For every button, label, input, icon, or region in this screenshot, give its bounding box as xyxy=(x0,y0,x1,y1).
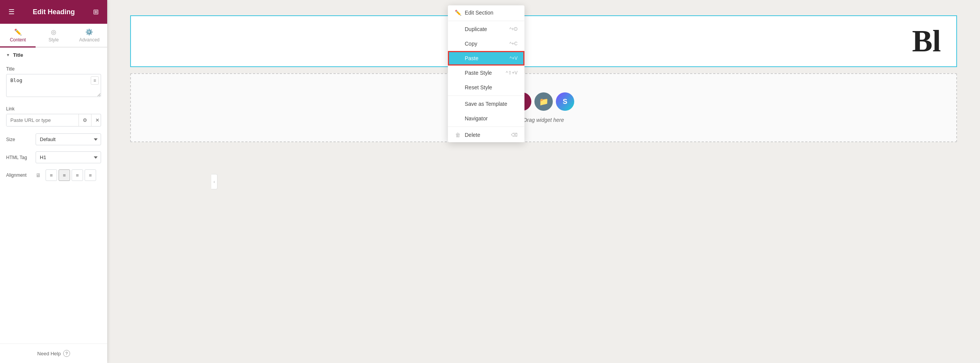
link-field-group: Link ⚙ ✕ xyxy=(0,102,107,130)
ctx-paste[interactable]: Paste ^+V xyxy=(448,51,524,66)
tab-style[interactable]: ◎ Style xyxy=(36,24,71,48)
hamburger-menu-button[interactable]: ☰ xyxy=(7,6,16,18)
main-canvas-area: Bl + 📁 S Drag widget here ✏️ Edit Sectio… xyxy=(107,0,980,363)
alignment-buttons: ≡ ≡ ≡ ≡ xyxy=(46,169,96,181)
align-right-button[interactable]: ≡ xyxy=(72,169,83,181)
title-section-label: Title xyxy=(13,52,23,58)
edit-section-icon: ✏️ xyxy=(455,10,461,16)
align-left-button[interactable]: ≡ xyxy=(46,169,57,181)
style-tab-icon: ◎ xyxy=(51,28,56,36)
advanced-tab-icon: ⚙️ xyxy=(85,28,93,36)
ctx-navigator-label: Navigator xyxy=(465,115,488,122)
need-help-label: Need Help xyxy=(37,351,60,356)
ctx-duplicate-label: Duplicate xyxy=(465,26,487,32)
content-tab-icon: ✏️ xyxy=(14,28,22,36)
ctx-duplicate[interactable]: Duplicate ^+D xyxy=(448,22,524,36)
style-tab-label: Style xyxy=(49,37,59,43)
html-tag-label: HTML Tag xyxy=(6,155,31,160)
ctx-divider-2 xyxy=(448,95,524,96)
ctx-delete-label: Delete xyxy=(465,132,480,138)
s-icon[interactable]: S xyxy=(556,92,574,111)
link-field-label: Link xyxy=(6,106,101,112)
ctx-navigator[interactable]: Navigator xyxy=(448,111,524,126)
title-section-header[interactable]: ▼ Title xyxy=(0,48,107,62)
size-field-row: Size Default Small Medium Large xyxy=(0,130,107,148)
sidebar: ☰ Edit Heading ⊞ ✏️ Content ◎ Style ⚙️ A… xyxy=(0,0,107,363)
ctx-paste-label: Paste xyxy=(465,55,479,61)
context-menu: ✏️ Edit Section Duplicate ^+D Copy ^+C P… xyxy=(448,5,524,142)
section-arrow-icon: ▼ xyxy=(6,53,10,57)
heading-widget-section[interactable]: Bl xyxy=(130,15,957,67)
sidebar-title: Edit Heading xyxy=(33,8,75,16)
ctx-paste-shortcut: ^+V xyxy=(510,56,518,61)
html-tag-field-row: HTML Tag H1 H2 H3 div span xyxy=(0,148,107,166)
need-help-section[interactable]: Need Help ? xyxy=(0,343,107,363)
ctx-duplicate-shortcut: ^+D xyxy=(510,26,518,32)
ctx-divider-3 xyxy=(448,126,524,127)
title-field-label: Title xyxy=(6,66,101,72)
link-input[interactable] xyxy=(7,114,78,126)
drop-zone-label: Drag widget here xyxy=(523,117,564,123)
monitor-icon: 🖥 xyxy=(36,172,41,178)
collapse-sidebar-button[interactable]: ‹ xyxy=(211,174,217,189)
html-tag-select[interactable]: H1 H2 H3 div span xyxy=(36,151,101,163)
tab-advanced[interactable]: ⚙️ Advanced xyxy=(72,24,107,48)
ctx-delete[interactable]: 🗑 Delete ⌫ xyxy=(448,128,524,142)
link-clear-button[interactable]: ✕ xyxy=(91,114,101,126)
ctx-copy-shortcut: ^+C xyxy=(510,41,518,46)
alignment-field-row: Alignment 🖥 ≡ ≡ ≡ ≡ xyxy=(0,166,107,184)
align-justify-button[interactable]: ≡ xyxy=(85,169,96,181)
ctx-paste-style-label: Paste Style xyxy=(465,70,492,76)
ctx-reset-style-label: Reset Style xyxy=(465,84,492,90)
canvas: Bl + 📁 S Drag widget here xyxy=(107,0,980,158)
folder-icon[interactable]: 📁 xyxy=(534,92,553,111)
ctx-paste-style-shortcut: ^⇧+V xyxy=(506,70,518,76)
title-input[interactable]: Blog xyxy=(6,74,101,97)
align-center-button[interactable]: ≡ xyxy=(59,169,70,181)
link-input-wrapper: ⚙ ✕ xyxy=(6,114,101,126)
delete-icon: 🗑 xyxy=(455,132,461,138)
tab-content[interactable]: ✏️ Content xyxy=(0,24,36,48)
ctx-copy-label: Copy xyxy=(465,41,477,47)
ctx-copy[interactable]: Copy ^+C xyxy=(448,36,524,51)
sidebar-header: ☰ Edit Heading ⊞ xyxy=(0,0,107,24)
title-input-wrapper: Blog ≡ xyxy=(6,74,101,99)
help-icon: ? xyxy=(63,350,70,357)
link-settings-button[interactable]: ⚙ xyxy=(78,114,91,126)
ctx-save-template-label: Save as Template xyxy=(465,101,507,107)
ctx-delete-shortcut: ⌫ xyxy=(511,132,518,138)
ctx-edit-section[interactable]: ✏️ Edit Section xyxy=(448,5,524,20)
ctx-reset-style[interactable]: Reset Style xyxy=(448,80,524,95)
ctx-edit-section-label: Edit Section xyxy=(465,10,493,16)
ctx-paste-style[interactable]: Paste Style ^⇧+V xyxy=(448,66,524,80)
advanced-tab-label: Advanced xyxy=(79,37,100,43)
size-select[interactable]: Default Small Medium Large xyxy=(36,133,101,145)
panel-content: ▼ Title Title Blog ≡ Link ⚙ ✕ Size Defau… xyxy=(0,48,107,343)
ctx-divider-1 xyxy=(448,21,524,21)
grid-icon: ⊞ xyxy=(93,8,99,16)
alignment-label: Alignment xyxy=(6,172,31,178)
content-tab-label: Content xyxy=(10,37,26,43)
grid-view-button[interactable]: ⊞ xyxy=(91,6,100,18)
heading-text: Bl xyxy=(912,24,941,59)
title-dynamic-btn[interactable]: ≡ xyxy=(91,76,99,85)
drop-zone-section[interactable]: + 📁 S Drag widget here xyxy=(130,73,957,142)
hamburger-icon: ☰ xyxy=(8,8,15,16)
ctx-save-template[interactable]: Save as Template xyxy=(448,97,524,111)
sidebar-tabs: ✏️ Content ◎ Style ⚙️ Advanced xyxy=(0,24,107,48)
title-field-group: Title Blog ≡ xyxy=(0,62,107,102)
size-field-label: Size xyxy=(6,137,31,142)
